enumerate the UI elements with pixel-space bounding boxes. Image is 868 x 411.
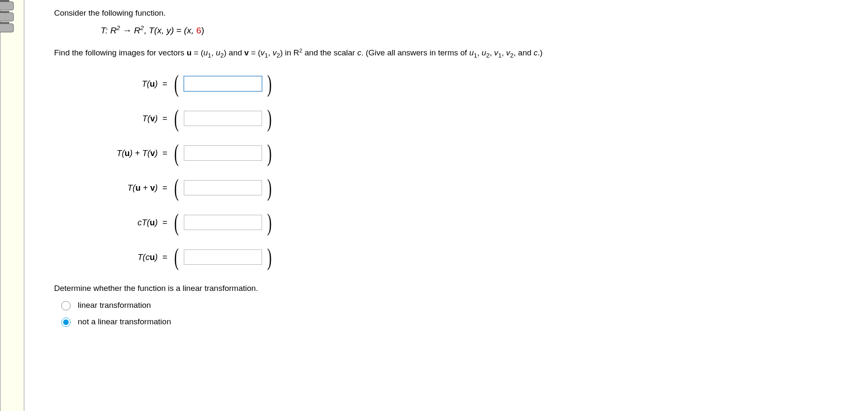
radio-linear[interactable] bbox=[61, 301, 71, 310]
left-paren-icon: ( bbox=[174, 73, 179, 95]
eq: = bbox=[162, 183, 167, 192]
and-word: and bbox=[518, 48, 534, 57]
radio-group: linear transformation not a linear trans… bbox=[59, 300, 868, 327]
left-paren-icon: ( bbox=[174, 142, 179, 164]
lbl: T( bbox=[142, 114, 150, 123]
fn-sep: , bbox=[144, 25, 149, 35]
left-paren-icon: ( bbox=[174, 107, 179, 129]
eq: = bbox=[162, 114, 167, 123]
arg: u bbox=[150, 218, 155, 227]
c3: , bbox=[502, 48, 506, 57]
cl: ) bbox=[155, 114, 158, 123]
left-paren-icon: ( bbox=[174, 211, 179, 233]
row-tv: T(v) = ( ) bbox=[54, 101, 274, 136]
s3: 1 bbox=[498, 52, 502, 59]
input-ctu[interactable] bbox=[184, 215, 262, 230]
c-var: c bbox=[357, 48, 361, 57]
period-close: .) bbox=[538, 48, 543, 57]
fn-close: ) bbox=[201, 25, 204, 35]
right-paren-icon: ) bbox=[267, 142, 272, 164]
la: T( bbox=[117, 148, 125, 158]
input-tuv[interactable] bbox=[184, 180, 262, 195]
input-tu[interactable] bbox=[184, 76, 262, 91]
right-paren-icon: ) bbox=[267, 107, 272, 129]
row-tuv: T(u + v) = ( ) bbox=[54, 170, 274, 205]
arg: v bbox=[150, 114, 155, 123]
prompt-text: Find the following images for vectors u … bbox=[54, 47, 868, 59]
function-definition: T: R2 → R2, T(x, y) = (x, 6) bbox=[101, 25, 868, 36]
pre: cT( bbox=[137, 218, 150, 227]
prompt-b: and the scalar bbox=[302, 48, 357, 57]
radio-row-linear[interactable]: linear transformation bbox=[59, 300, 868, 310]
vector-v: v bbox=[244, 48, 249, 57]
cl: ) bbox=[155, 148, 158, 158]
lbl: T( bbox=[142, 79, 150, 88]
close-and: ) and bbox=[224, 48, 244, 57]
fn-arrow: → R bbox=[120, 25, 140, 35]
input-cell-tuv: ( ) bbox=[172, 170, 274, 205]
prompt-c: . (Give all answers in terms of bbox=[361, 48, 469, 57]
label-tcu: T(cu) = bbox=[54, 240, 172, 274]
c-t: c bbox=[534, 48, 538, 57]
prompt-a: Find the following images for vectors bbox=[54, 48, 187, 57]
label-tuv: T(u + v) = bbox=[54, 170, 172, 205]
input-tcu[interactable] bbox=[184, 249, 262, 265]
eq: = bbox=[162, 218, 167, 227]
right-paren-icon: ) bbox=[267, 211, 272, 233]
input-cell-tv: ( ) bbox=[172, 101, 274, 136]
radio-not-linear[interactable] bbox=[61, 318, 71, 327]
fn-constant: 6 bbox=[197, 25, 202, 35]
eq: = bbox=[162, 148, 167, 158]
aa: u bbox=[135, 183, 140, 192]
arg: u bbox=[150, 79, 155, 88]
determine-text: Determine whether the function is a line… bbox=[54, 284, 868, 293]
radio-row-not-linear[interactable]: not a linear transformation bbox=[59, 316, 868, 327]
input-cell-tuptv: ( ) bbox=[172, 136, 274, 170]
fn-txy: T(x, y) = (x, bbox=[149, 25, 197, 35]
c2: , bbox=[490, 48, 494, 57]
s2: 2 bbox=[486, 52, 489, 59]
svg-rect-0 bbox=[0, 2, 14, 10]
input-tu-plus-tv[interactable] bbox=[184, 145, 262, 161]
v2-var: v bbox=[273, 48, 277, 57]
pre: T(c bbox=[137, 252, 150, 262]
u1-t: u bbox=[469, 48, 474, 57]
answer-block: T(u) = ( ) T(v) = ( bbox=[54, 66, 274, 274]
input-cell-ctu: ( ) bbox=[172, 205, 274, 240]
left-paren-icon: ( bbox=[174, 246, 179, 268]
spiral-binding-icon bbox=[0, 0, 24, 43]
comma-1: , bbox=[211, 48, 216, 57]
label-tuptv: T(u) + T(v) = bbox=[54, 136, 172, 170]
left-margin bbox=[0, 0, 25, 411]
row-ctu: cT(u) = ( ) bbox=[54, 205, 274, 240]
svg-rect-1 bbox=[0, 13, 14, 21]
label-tv: T(v) = bbox=[54, 101, 172, 136]
cl: ) bbox=[155, 79, 158, 88]
intro-text: Consider the following function. bbox=[54, 8, 868, 18]
v2-t: v bbox=[506, 48, 510, 57]
row-tu-plus-tv: T(u) + T(v) = ( ) bbox=[54, 136, 274, 170]
ab: v bbox=[150, 183, 155, 192]
label-ctu: cT(u) = bbox=[54, 205, 172, 240]
input-cell-tcu: ( ) bbox=[172, 240, 274, 274]
sub-1a: 1 bbox=[208, 52, 211, 59]
arg: u bbox=[150, 252, 155, 262]
eq-open-1: = ( bbox=[191, 48, 203, 57]
u2-t: u bbox=[482, 48, 486, 57]
label-tu: T(u) = bbox=[54, 66, 172, 101]
sub-2b: 2 bbox=[276, 52, 280, 59]
v1-var: v bbox=[261, 48, 265, 57]
right-paren-icon: ) bbox=[267, 246, 272, 268]
input-tv[interactable] bbox=[184, 111, 262, 126]
eq: = bbox=[162, 79, 167, 88]
left-paren-icon: ( bbox=[174, 177, 179, 199]
radio-label-linear: linear transformation bbox=[78, 301, 151, 310]
in-r: ) in R bbox=[280, 48, 299, 57]
comma-2: , bbox=[268, 48, 273, 57]
ab: v bbox=[150, 148, 155, 158]
eq: = bbox=[162, 252, 167, 262]
question-container: Consider the following function. T: R2 →… bbox=[0, 0, 868, 411]
row-tu: T(u) = ( ) bbox=[54, 66, 274, 101]
svg-rect-2 bbox=[0, 24, 14, 32]
vector-u: u bbox=[187, 48, 192, 57]
